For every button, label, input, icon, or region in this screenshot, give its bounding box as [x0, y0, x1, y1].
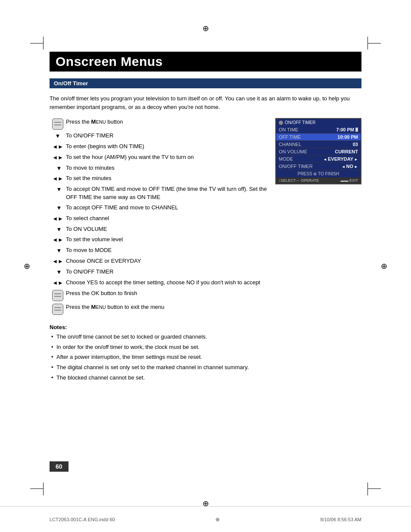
- tv-menu-label-on-time: ON TIME: [279, 127, 299, 132]
- footer-left-text: LCT2063-001C-A ENG.indd 60: [50, 517, 115, 522]
- footer-bar: LCT2063-001C-A ENG.indd 60 ⊕ 8/10/06 8:5…: [0, 506, 411, 532]
- corner-mark-bl-h: [30, 488, 43, 489]
- note-item-2: After a power interruption, the timer se…: [50, 353, 361, 361]
- footer-center-crosshair: ⊕: [215, 516, 220, 523]
- instructions-list: Press the MENU button ▼ To ON/OFF TIMER …: [50, 118, 268, 317]
- content-area: Onscreen Menus On/Off Timer The on/off t…: [50, 52, 361, 480]
- page-number-box: 60: [50, 461, 68, 472]
- tv-menu-value-on-volume: CURRENT: [335, 149, 358, 154]
- instructions-wrapper: Press the MENU button ▼ To ON/OFF TIMER …: [50, 118, 361, 317]
- instruction-icon-3: ◄►: [50, 153, 66, 162]
- note-item-3: The digital channel is set only set to t…: [50, 364, 361, 372]
- tv-menu-row-on-volume: ON VOLUME CURRENT: [276, 148, 361, 156]
- instruction-icon-11: ▼: [50, 246, 66, 255]
- intro-text: The on/off timer lets you program your t…: [50, 94, 361, 111]
- notes-title: Notes:: [50, 324, 361, 330]
- tv-menu-label-off-time: OFF TIME: [279, 134, 301, 140]
- section-header: On/Off Timer: [50, 78, 361, 88]
- tv-menu-nav-left: ↕SELECT↔ OPERATE: [279, 178, 319, 183]
- instruction-text-4: To move to minutes: [66, 164, 268, 172]
- instruction-row-11: ▼ To move to MODE: [50, 246, 268, 255]
- corner-mark-tl-h: [30, 43, 43, 44]
- tv-menu-screenshot: ON/OFF TIMER ON TIME 7:00 PM OFF TIME 10…: [275, 118, 361, 184]
- instruction-icon-12: ◄►: [50, 257, 66, 266]
- instruction-text-15: Press the OK button to finish: [66, 289, 268, 298]
- tv-menu-circle-icon: [279, 121, 283, 125]
- tv-menu-value-mode: EVERYDAY: [323, 156, 358, 162]
- instruction-text-13: To ON/OFF TIMER: [66, 268, 268, 276]
- tv-menu-finish-row: PRESS ⊕ TO FINISH: [276, 170, 361, 177]
- crosshair-left-icon: ⊕: [24, 261, 30, 271]
- tv-menu-label-on-volume: ON VOLUME: [279, 149, 307, 154]
- instruction-icon-5: ◄►: [50, 174, 66, 183]
- corner-mark-tr-h: [368, 43, 381, 44]
- page-title-bar: Onscreen Menus: [50, 52, 361, 72]
- instruction-row-13: ▼ To ON/OFF TIMER: [50, 268, 268, 277]
- menu-button-icon-16: [52, 304, 63, 315]
- instruction-text-8: To select channel: [66, 215, 268, 223]
- instruction-icon-10: ◄►: [50, 236, 66, 244]
- tv-menu-nav-row: ↕SELECT↔ OPERATE ▬▬ EXIT: [276, 177, 361, 184]
- instruction-icon-16: [50, 303, 66, 315]
- tv-menu-title: ON/OFF TIMER: [285, 120, 315, 125]
- page-title: Onscreen Menus: [56, 54, 355, 69]
- instruction-icon-2: ◄►: [50, 143, 66, 151]
- tv-menu-value-on-time: 7:00 PM: [336, 127, 358, 132]
- instruction-text-16: Press the MENU button to exit the menu: [66, 303, 268, 311]
- instruction-icon-15: [50, 289, 66, 301]
- tv-menu-label-mode: MODE: [279, 156, 293, 162]
- note-item-0: The on/off time cannot be set to locked …: [50, 333, 361, 341]
- instruction-icon-6: ▼: [50, 185, 66, 194]
- instruction-icon-0: [50, 118, 66, 130]
- tv-menu-value-channel: 03: [353, 142, 358, 147]
- instruction-row-2: ◄► To enter (begins with ON TIME): [50, 143, 268, 151]
- tv-menu-label-channel: CHANNEL: [279, 142, 302, 147]
- crosshair-right-icon: ⊕: [381, 261, 387, 271]
- corner-mark-tr-v: [367, 37, 368, 50]
- tv-menu-finish-text: PRESS ⊕ TO FINISH: [298, 171, 339, 176]
- page-container: ⊕ ⊕ ⊕ ⊕ Onscreen Menus On/Off Timer The …: [0, 0, 411, 532]
- tv-menu-nav-right: ▬▬ EXIT: [340, 178, 358, 183]
- notes-section: Notes: The on/off time cannot be set to …: [50, 324, 361, 382]
- instruction-text-11: To move to MODE: [66, 246, 268, 255]
- instruction-row-14: ◄► Choose YES to accept the timer settin…: [50, 279, 268, 287]
- corner-mark-bl-v: [43, 482, 44, 495]
- corner-mark-br-h: [368, 488, 381, 489]
- instruction-icon-8: ◄►: [50, 215, 66, 223]
- menu-button-icon-0: [52, 118, 63, 130]
- instruction-text-6: To accept ON TIME and move to OFF TIME (…: [66, 185, 268, 202]
- instruction-text-5: To set the minutes: [66, 174, 268, 183]
- instruction-text-3: To set the hour (AM/PM) you want the TV …: [66, 153, 268, 162]
- instruction-text-12: Choose ONCE or EVERYDAY: [66, 257, 268, 265]
- instruction-text-7: To accept OFF TIME and move to CHANNEL: [66, 204, 268, 212]
- instruction-row-6: ▼ To accept ON TIME and move to OFF TIME…: [50, 185, 268, 202]
- instruction-text-9: To ON VOLUME: [66, 225, 268, 233]
- instruction-icon-7: ▼: [50, 204, 66, 212]
- crosshair-top-icon: ⊕: [202, 24, 209, 33]
- tv-menu-value-onoff-timer: NO: [342, 164, 358, 169]
- instruction-text-0: Press the MENU button: [66, 118, 268, 126]
- tv-menu-label-onoff-timer: ON/OFF TIMER: [279, 164, 313, 169]
- tv-menu-row-off-time: OFF TIME 10:00 PM: [276, 134, 361, 141]
- instruction-row-3: ◄► To set the hour (AM/PM) you want the …: [50, 153, 268, 162]
- instruction-row-9: ▼ To ON VOLUME: [50, 225, 268, 234]
- tv-menu-row-channel: CHANNEL 03: [276, 141, 361, 148]
- tv-menu-row-mode: MODE EVERYDAY: [276, 156, 361, 163]
- tv-menu-row-onoff-timer: ON/OFF TIMER NO: [276, 163, 361, 170]
- instruction-row-0: Press the MENU button: [50, 118, 268, 130]
- tv-menu-title-row: ON/OFF TIMER: [276, 119, 361, 126]
- instruction-text-1: To ON/OFF TIMER: [66, 132, 268, 140]
- instruction-text-2: To enter (begins with ON TIME): [66, 143, 268, 151]
- page-number: 60: [56, 463, 62, 470]
- instruction-row-12: ◄► Choose ONCE or EVERYDAY: [50, 257, 268, 266]
- tv-menu-row-on-time: ON TIME 7:00 PM: [276, 126, 361, 134]
- footer-right-text: 8/10/06 8:56:53 AM: [321, 517, 361, 522]
- instruction-row-5: ◄► To set the minutes: [50, 174, 268, 183]
- tv-menu-value-off-time: 10:00 PM: [337, 134, 358, 140]
- instruction-text-14: Choose YES to accept the timer setting, …: [66, 279, 268, 287]
- instruction-icon-13: ▼: [50, 268, 66, 277]
- instruction-row-8: ◄► To select channel: [50, 215, 268, 223]
- instruction-row-15: Press the OK button to finish: [50, 289, 268, 301]
- instruction-row-16: Press the MENU button to exit the menu: [50, 303, 268, 315]
- instruction-icon-4: ▼: [50, 164, 66, 173]
